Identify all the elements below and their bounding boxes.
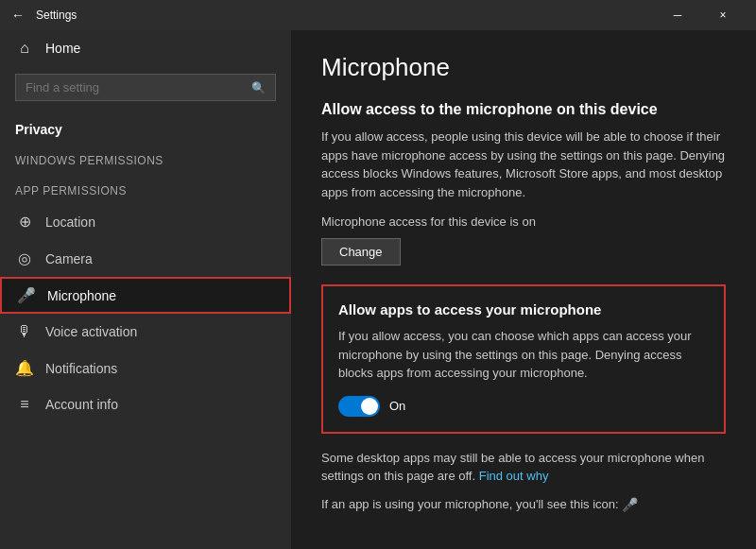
toggle-row: On xyxy=(338,396,709,417)
app-permissions-label: App permissions xyxy=(0,173,291,203)
home-label: Home xyxy=(45,41,80,56)
sidebar-item-camera[interactable]: ◎ Camera xyxy=(0,240,291,277)
window-title: Settings xyxy=(36,9,77,22)
camera-label: Camera xyxy=(45,251,93,266)
main-layout: ⌂ Home 🔍 Privacy Windows permissions App… xyxy=(0,30,756,549)
content-area: Microphone Allow access to the microphon… xyxy=(291,30,756,549)
microphone-toggle[interactable] xyxy=(338,396,380,417)
back-button[interactable]: ← xyxy=(11,8,25,23)
toggle-thumb xyxy=(361,398,378,415)
sidebar-item-account-info[interactable]: ≡ Account info xyxy=(0,386,291,422)
sidebar: ⌂ Home 🔍 Privacy Windows permissions App… xyxy=(0,30,291,549)
find-out-why-link[interactable]: Find out why xyxy=(479,469,549,483)
page-title: Microphone xyxy=(321,53,726,82)
search-icon: 🔍 xyxy=(251,81,266,94)
allow-apps-heading: Allow apps to access your microphone xyxy=(338,301,709,317)
search-box[interactable]: 🔍 xyxy=(15,74,276,101)
account-info-label: Account info xyxy=(45,397,118,412)
device-access-heading: Allow access to the microphone on this d… xyxy=(321,101,726,118)
device-access-section: Allow access to the microphone on this d… xyxy=(321,101,726,284)
toggle-label: On xyxy=(389,399,405,413)
sidebar-item-notifications[interactable]: 🔔 Notifications xyxy=(0,350,291,386)
sidebar-item-location[interactable]: ⊕ Location xyxy=(0,203,291,240)
icon-description: If an app is using your microphone, you'… xyxy=(321,495,726,515)
allow-apps-description: If you allow access, you can choose whic… xyxy=(338,327,709,383)
windows-permissions-label: Windows permissions xyxy=(0,143,291,173)
location-label: Location xyxy=(45,214,95,230)
footer-description: Some desktop apps may still be able to a… xyxy=(321,449,726,486)
microphone-label: Microphone xyxy=(47,288,116,303)
notifications-label: Notifications xyxy=(45,361,117,376)
camera-icon: ◎ xyxy=(15,249,34,267)
title-bar: ← Settings ─ × xyxy=(0,0,756,30)
home-icon: ⌂ xyxy=(15,40,34,57)
location-icon: ⊕ xyxy=(15,213,34,231)
search-input[interactable] xyxy=(26,80,251,94)
privacy-label: Privacy xyxy=(0,109,291,143)
window-controls: ─ × xyxy=(656,0,745,30)
device-access-status: Microphone access for this device is on xyxy=(321,214,726,229)
device-access-description: If you allow access, people using this d… xyxy=(321,128,726,201)
change-button[interactable]: Change xyxy=(321,238,401,266)
sidebar-item-voice-activation[interactable]: 🎙 Voice activation xyxy=(0,314,291,350)
microphone-icon: 🎤 xyxy=(17,286,36,304)
sidebar-item-microphone[interactable]: 🎤 Microphone xyxy=(0,277,291,314)
account-info-icon: ≡ xyxy=(15,396,34,413)
close-button[interactable]: × xyxy=(701,0,745,30)
voice-activation-label: Voice activation xyxy=(45,324,137,339)
microphone-inline-icon: 🎤 xyxy=(622,497,638,512)
allow-apps-box: Allow apps to access your microphone If … xyxy=(321,284,726,434)
minimize-button[interactable]: ─ xyxy=(656,0,699,30)
voice-activation-icon: 🎙 xyxy=(15,323,34,340)
sidebar-item-home[interactable]: ⌂ Home xyxy=(0,30,291,66)
notifications-icon: 🔔 xyxy=(15,359,34,377)
